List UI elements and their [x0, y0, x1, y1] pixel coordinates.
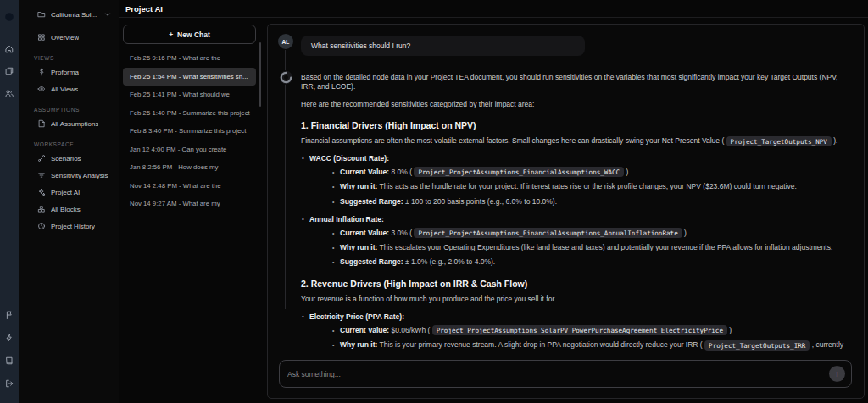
sidebar-item-all-assumptions[interactable]: All Assumptions — [31, 115, 115, 132]
text: ) — [682, 229, 687, 237]
sub-bullet-item: Why run it: This acts as the hurdle rate… — [331, 182, 852, 192]
bold-text: Why run it: — [340, 182, 377, 190]
users-icon[interactable] — [3, 87, 15, 99]
text: Based on the detailed node data in your … — [301, 73, 837, 91]
bullet-item: Annual Inflation Rate:Current Value: 3.0… — [301, 215, 852, 268]
content-region: + New Chat Feb 25 9:16 PM - What are the… — [119, 18, 868, 403]
code-reference-chip[interactable]: Project_ProjectAssumptions_FinancialAssu… — [414, 228, 682, 238]
sub-bullet-item: Why run it: This is your primary revenue… — [331, 340, 852, 351]
bullet-label: Electricity Price (PPA Rate): — [309, 312, 404, 321]
sub-bullet-item: Current Value: 3.0% ( Project_ProjectAss… — [331, 229, 852, 239]
flag-icon[interactable] — [3, 309, 15, 321]
new-chat-button[interactable]: + New Chat — [123, 25, 256, 44]
text: This escalates your Operating Expenditur… — [377, 243, 832, 251]
sidebar-item-project-ai[interactable]: Project AI — [31, 184, 115, 201]
text: ± 1.0% (e.g., 2.0% to 4.0%). — [403, 257, 496, 266]
code-reference-chip[interactable]: Project_TargetOutputs_IRR — [704, 340, 810, 351]
bullet-item: WACC (Discount Rate):Current Value: 8.0%… — [301, 154, 852, 207]
chat-history-item[interactable]: Nov 14 2:48 PM - What are the — [123, 177, 256, 196]
scrollbar-thumb[interactable] — [259, 42, 261, 107]
sidebar-item-label: Project AI — [51, 189, 80, 196]
chat-history-item[interactable]: Feb 25 9:16 PM - What are the — [123, 49, 256, 68]
chat-history-item[interactable]: Nov 14 9:27 AM - What are my — [123, 195, 256, 213]
chat-panel: AL What sensitivities should I run? Base… — [267, 24, 865, 399]
text: This acts as the hurdle rate for your pr… — [377, 182, 797, 190]
icon-rail — [0, 0, 19, 403]
sub-bullet-item: Current Value: 8.0% ( Project_ProjectAss… — [331, 168, 852, 178]
filter-icon — [37, 171, 46, 179]
chat-history-item[interactable]: Feb 25 1:41 PM - What should we — [123, 86, 256, 104]
code-reference-chip[interactable]: Project_TargetOutputs_NPV — [726, 136, 832, 146]
text: ) — [624, 168, 628, 176]
bullet-item: Electricity Price (PPA Rate):Current Val… — [301, 312, 852, 351]
chat-history-item[interactable]: Feb 8 3:40 PM - Summarize this project — [123, 122, 256, 141]
home-icon[interactable] — [3, 43, 15, 55]
sparkles-icon — [37, 188, 46, 196]
sidebar-item-all-blocks[interactable]: All Blocks — [31, 201, 115, 218]
dollar-icon — [37, 68, 46, 76]
logo-icon[interactable] — [3, 11, 15, 23]
bold-text: Current Value: — [340, 326, 389, 334]
text: Financial assumptions are often the most… — [301, 136, 726, 145]
bullet-label: WACC (Discount Rate): — [309, 154, 389, 163]
sidebar-item-label: All Assumptions — [51, 120, 98, 128]
assistant-section-heading: 2. Revenue Drivers (High Impact on IRR &… — [301, 279, 852, 289]
bold-text: Suggested Range: — [340, 257, 403, 266]
sidebar-item-scenarios[interactable]: Scenarios — [31, 150, 115, 167]
bullet-label: Annual Inflation Rate: — [309, 215, 384, 224]
folder-icon — [37, 10, 46, 19]
code-reference-chip[interactable]: Project_ProjectAssumptions_SolarPV_Power… — [432, 325, 727, 335]
text: This is your primary revenue stream. A s… — [377, 340, 704, 349]
chat-history-item[interactable]: Jan 12 4:00 PM - Can you create — [123, 141, 256, 159]
sub-bullet-item: Suggested Range: ± 100 to 200 basis poin… — [331, 197, 852, 207]
chat-history-item[interactable]: Feb 25 1:54 PM - What sensitivities sh..… — [123, 68, 256, 86]
book-icon[interactable] — [3, 355, 15, 367]
logout-icon[interactable] — [3, 378, 15, 389]
chat-history-panel: + New Chat Feb 25 9:16 PM - What are the… — [119, 18, 261, 403]
rail-bottom-icons — [3, 303, 15, 395]
sidebar-item-label: All Views — [51, 86, 78, 93]
assistant-paragraph: Your revenue is a function of how much y… — [301, 295, 852, 304]
sidebar-item-overview[interactable]: Overview — [31, 29, 115, 46]
send-button[interactable]: ↑ — [829, 366, 845, 382]
sub-bullet-item: Current Value: $0.06/kWh ( Project_Proje… — [331, 326, 852, 336]
sidebar-section-label: WORKSPACE — [34, 141, 115, 147]
arrow-up-icon: ↑ — [835, 370, 839, 378]
user-avatar: AL — [278, 34, 293, 49]
sidebar-section-label: ASSUMPTIONS — [34, 107, 115, 113]
text: ) — [727, 326, 732, 334]
app-root: California Sol... Overview VIEWSProforma… — [0, 0, 868, 403]
project-selector[interactable]: California Sol... — [31, 8, 115, 20]
bold-text: Current Value: — [340, 168, 389, 176]
sub-bullet-item: Suggested Range: ± 1.0% (e.g., 2.0% to 4… — [331, 257, 852, 268]
sidebar-item-all-views[interactable]: All Views — [31, 80, 115, 97]
page-title: Project AI — [125, 4, 163, 14]
bold-text: Why run it: — [340, 340, 377, 349]
sidebar-item-project-history[interactable]: Project History — [31, 218, 115, 235]
layers-icon[interactable] — [3, 65, 15, 77]
scenarios-icon — [37, 154, 46, 163]
sidebar-sections: VIEWSProformaAll ViewsASSUMPTIONSAll Ass… — [31, 55, 115, 235]
sidebar-item-sensitivity-analysis[interactable]: Sensitivity Analysis — [31, 167, 115, 184]
sidebar-item-label: Scenarios — [51, 155, 81, 163]
user-message-row: AL What sensitivities should I run? — [278, 34, 852, 56]
document-icon — [37, 119, 46, 128]
chat-history-item[interactable]: Jan 8 2:56 PM - How does my — [123, 158, 256, 177]
user-message-bubble: What sensitivities should I run? — [301, 36, 585, 56]
grid-icon — [37, 33, 46, 41]
zap-icon[interactable] — [3, 332, 15, 344]
clock-icon — [37, 222, 46, 230]
sidebar-item-label: Sensitivity Analysis — [51, 172, 108, 179]
text: ± 100 to 200 basis points (e.g., 6.0% to… — [403, 197, 557, 206]
message-input[interactable] — [287, 370, 829, 378]
sidebar-item-proforma[interactable]: Proforma — [31, 63, 115, 80]
chat-item-list: Feb 25 9:16 PM - What are theFeb 25 1:54… — [123, 49, 256, 213]
assistant-paragraph: Here are the recommended sensitivities c… — [301, 100, 852, 109]
page-header: Project AI — [119, 0, 868, 18]
composer: ↑ — [279, 360, 852, 388]
text: ). — [832, 136, 838, 145]
plus-icon: + — [169, 30, 173, 39]
text: 3.0% ( — [389, 229, 414, 237]
chat-history-item[interactable]: Feb 25 1:40 PM - Summarize this project — [123, 104, 256, 123]
code-reference-chip[interactable]: Project_ProjectAssumptions_FinancialAssu… — [414, 167, 624, 177]
